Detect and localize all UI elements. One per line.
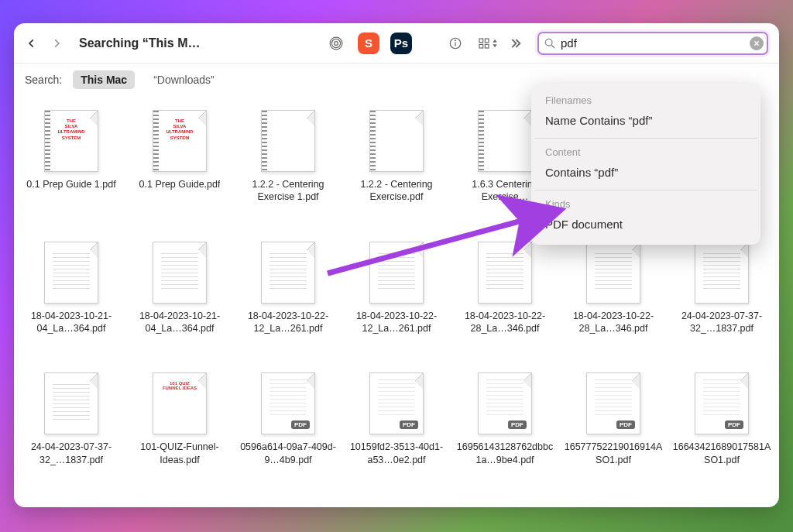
- file-thumbnail: [586, 242, 640, 304]
- svg-point-12: [545, 39, 552, 46]
- file-item[interactable]: 18-04-2023-10-22-28_La…346.pdf: [559, 235, 668, 361]
- svg-point-1: [331, 39, 340, 47]
- scope-downloads[interactable]: “Downloads”: [146, 70, 222, 89]
- file-name: 24-04-2023-07-37-32_…1837.pdf: [672, 310, 771, 335]
- file-item[interactable]: 1.2.2 - Centering Exercise.pdf: [342, 104, 451, 229]
- file-item[interactable]: 18-04-2023-10-21-04_La…364.pdf: [125, 235, 234, 361]
- file-item[interactable]: 24-04-2023-07-37-32_…1837.pdf: [17, 366, 125, 492]
- file-item[interactable]: 101 QUIZFUNNEL IDEAS101-QUIZ-Funnel-Idea…: [125, 366, 234, 492]
- suggestion-name-contains[interactable]: Name Contains “pdf”: [545, 111, 747, 130]
- info-icon[interactable]: [445, 33, 466, 54]
- scope-label: Search:: [25, 74, 62, 86]
- svg-point-0: [335, 41, 338, 45]
- svg-rect-7: [485, 39, 489, 43]
- file-thumbnail: PDF: [586, 372, 640, 434]
- file-item[interactable]: 18-04-2023-10-22-12_La…261.pdf: [342, 235, 451, 361]
- file-name: 16577752219016914ASO1.pdf: [564, 441, 663, 466]
- suggestions-content-header: Content: [545, 146, 747, 158]
- search-suggestions: Filenames Name Contains “pdf” Content Co…: [531, 84, 760, 245]
- airdrop-icon[interactable]: [325, 33, 347, 54]
- file-thumbnail: PDF: [478, 372, 532, 434]
- file-item[interactable]: THESILVA ULTRAMINDSYSTEM0.1 Prep Guide 1…: [17, 104, 125, 229]
- file-name: 0.1 Prep Guide.pdf: [139, 178, 221, 190]
- file-thumbnail: [261, 110, 315, 172]
- file-thumbnail: THESILVA ULTRAMINDSYSTEM: [44, 110, 98, 172]
- svg-point-5: [455, 39, 456, 40]
- suggestion-kind-pdf[interactable]: PDF document: [545, 215, 747, 234]
- toolbar-icons: S Ps: [325, 32, 768, 55]
- file-thumbnail: [369, 242, 424, 304]
- file-thumbnail: PDF: [261, 372, 315, 434]
- search-input[interactable]: [561, 36, 743, 50]
- file-item[interactable]: PDF10159fd2-3513-40d1-a53…0e2.pdf: [342, 366, 451, 492]
- file-thumbnail: PDF: [695, 372, 749, 434]
- app-icon-ps[interactable]: Ps: [390, 33, 412, 54]
- file-thumbnail: [44, 372, 98, 434]
- svg-marker-10: [493, 39, 496, 42]
- file-item[interactable]: PDF16956143128762dbbc1a…9be4.pdf: [451, 366, 559, 492]
- file-thumbnail: 101 QUIZFUNNEL IDEAS: [153, 372, 207, 434]
- file-name: 24-04-2023-07-37-32_…1837.pdf: [22, 441, 121, 466]
- svg-line-13: [551, 45, 554, 48]
- file-name: 16643421689017581ASO1.pdf: [672, 441, 771, 466]
- finder-window: Searching “This M… S Ps: [14, 23, 779, 507]
- search-wrap: [537, 32, 768, 55]
- file-thumbnail: THESILVA ULTRAMINDSYSTEM: [153, 110, 207, 172]
- file-thumbnail: [261, 242, 315, 304]
- file-name: 18-04-2023-10-22-28_La…346.pdf: [564, 310, 663, 335]
- file-name: 18-04-2023-10-22-28_La…346.pdf: [455, 310, 554, 335]
- file-thumbnail: PDF: [369, 372, 424, 434]
- file-thumbnail: [478, 110, 532, 172]
- search-field[interactable]: [537, 32, 768, 55]
- file-item[interactable]: 24-04-2023-07-37-32_…1837.pdf: [668, 235, 776, 361]
- file-thumbnail: [695, 242, 749, 304]
- file-name: 1.2.2 - Centering Exercise.pdf: [347, 178, 446, 204]
- file-name: 18-04-2023-10-22-12_La…261.pdf: [239, 310, 338, 335]
- file-name: 1.2.2 - Centering Exercise 1.pdf: [239, 178, 338, 204]
- svg-marker-11: [493, 44, 496, 47]
- file-name: 0596a614-09a7-409d-9…4b9.pdf: [239, 441, 338, 466]
- file-thumbnail: [153, 242, 207, 304]
- file-item[interactable]: THESILVA ULTRAMINDSYSTEM0.1 Prep Guide.p…: [125, 104, 234, 229]
- file-name: 18-04-2023-10-21-04_La…364.pdf: [130, 310, 229, 335]
- svg-rect-8: [479, 44, 483, 48]
- file-thumbnail: [369, 110, 424, 172]
- file-thumbnail: [478, 242, 532, 304]
- window-title: Searching “This M…: [79, 36, 200, 50]
- file-item[interactable]: 18-04-2023-10-22-12_La…261.pdf: [234, 235, 342, 361]
- file-name: 16956143128762dbbc1a…9be4.pdf: [455, 441, 554, 466]
- file-name: 18-04-2023-10-22-12_La…261.pdf: [347, 310, 446, 335]
- file-name: 18-04-2023-10-21-04_La…364.pdf: [22, 310, 121, 335]
- toolbar: Searching “This M… S Ps: [14, 23, 779, 63]
- file-name: 0.1 Prep Guide 1.pdf: [26, 178, 115, 190]
- suggestions-filenames-header: Filenames: [545, 94, 747, 106]
- file-item[interactable]: PDF16643421689017581ASO1.pdf: [668, 366, 776, 492]
- suggestion-contains[interactable]: Contains “pdf”: [545, 163, 747, 182]
- file-item[interactable]: 18-04-2023-10-22-28_La…346.pdf: [451, 235, 559, 361]
- view-grid-icon[interactable]: [477, 33, 499, 54]
- svg-rect-9: [485, 44, 489, 48]
- file-name: 10159fd2-3513-40d1-a53…0e2.pdf: [347, 441, 446, 466]
- file-thumbnail: [44, 242, 98, 304]
- scope-this-mac[interactable]: This Mac: [73, 70, 135, 89]
- search-icon: [544, 37, 556, 50]
- file-item[interactable]: PDF0596a614-09a7-409d-9…4b9.pdf: [234, 366, 342, 492]
- back-button[interactable]: [25, 36, 39, 50]
- file-item[interactable]: 18-04-2023-10-21-04_La…364.pdf: [17, 235, 125, 361]
- overflow-icon[interactable]: [510, 36, 525, 51]
- suggestions-kinds-header: Kinds: [545, 198, 747, 210]
- clear-search-button[interactable]: [750, 36, 764, 50]
- file-item[interactable]: PDF16577752219016914ASO1.pdf: [559, 366, 668, 492]
- svg-rect-6: [479, 39, 483, 43]
- file-name: 101-QUIZ-Funnel-Ideas.pdf: [130, 441, 229, 466]
- app-icon-s[interactable]: S: [358, 33, 379, 54]
- forward-button[interactable]: [50, 36, 64, 50]
- file-item[interactable]: 1.2.2 - Centering Exercise 1.pdf: [234, 104, 342, 229]
